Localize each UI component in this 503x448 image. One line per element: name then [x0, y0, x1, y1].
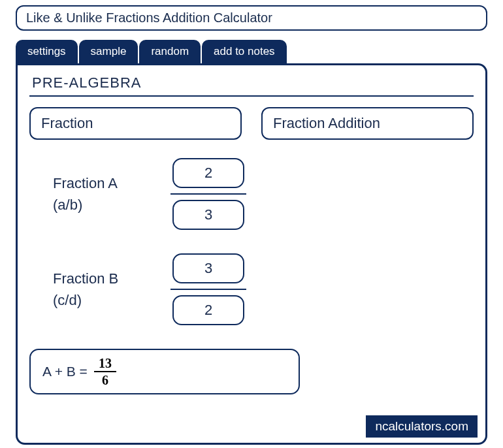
watermark: ncalculators.com — [366, 415, 478, 438]
fraction-b-label-line1: Fraction B — [53, 268, 170, 289]
fraction-a-numerator-input[interactable] — [172, 158, 244, 188]
tab-bar: settings sample random add to notes — [16, 40, 503, 63]
fraction-a-divider — [170, 193, 246, 195]
operation-select[interactable]: Fraction Addition — [261, 107, 474, 140]
page-title: Like & Unlike Fractions Addition Calcula… — [16, 5, 487, 31]
fraction-a-label-line1: Fraction A — [53, 172, 170, 194]
fraction-b-label: Fraction B (c/d) — [53, 268, 170, 311]
fraction-a-row: Fraction A (a/b) — [53, 158, 474, 230]
fraction-b-divider — [170, 289, 246, 290]
fraction-a-label-line2: (a/b) — [53, 194, 170, 216]
tab-settings[interactable]: settings — [16, 40, 78, 63]
calculator-panel: PRE-ALGEBRA Fraction Fraction Addition F… — [16, 63, 487, 445]
fraction-a-denominator-input[interactable] — [172, 200, 244, 230]
fraction-b-inputs — [170, 253, 246, 325]
fraction-a-label: Fraction A (a/b) — [53, 172, 170, 216]
fraction-b-numerator-input[interactable] — [172, 253, 244, 283]
result-denominator: 6 — [102, 372, 108, 387]
result-fraction: 13 6 — [94, 357, 116, 387]
fraction-b-label-line2: (c/d) — [53, 289, 170, 311]
tab-sample[interactable]: sample — [79, 40, 138, 63]
tab-random[interactable]: random — [139, 40, 201, 63]
result-label: A + B = — [42, 364, 88, 379]
fraction-b-row: Fraction B (c/d) — [53, 253, 474, 325]
fraction-b-denominator-input[interactable] — [172, 295, 244, 325]
result-box: A + B = 13 6 — [29, 349, 300, 394]
result-numerator: 13 — [99, 357, 112, 371]
select-row: Fraction Fraction Addition — [29, 107, 474, 140]
fraction-a-inputs — [170, 158, 246, 230]
tab-add-to-notes[interactable]: add to notes — [202, 40, 287, 63]
section-heading: PRE-ALGEBRA — [29, 74, 474, 97]
topic-select[interactable]: Fraction — [29, 107, 242, 140]
